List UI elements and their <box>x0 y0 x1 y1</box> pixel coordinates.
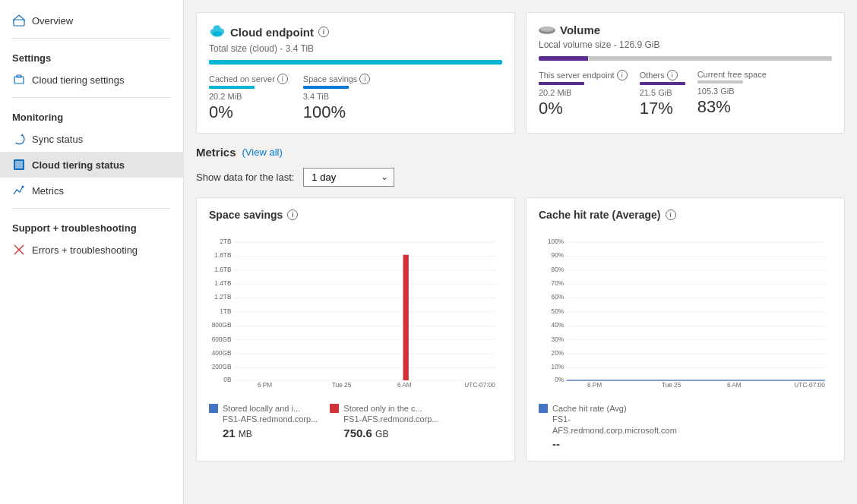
svg-text:90%: 90% <box>552 252 564 259</box>
volume-card: Volume Local volume size - 126.9 GiB Thi… <box>526 12 845 134</box>
svg-text:UTC-07:00: UTC-07:00 <box>464 382 495 389</box>
svg-text:0B: 0B <box>223 376 232 383</box>
savings-info[interactable]: i <box>359 74 370 84</box>
cloud-endpoint-progress-fill <box>209 60 502 65</box>
server-endpoint-value: 20.2 MiB <box>539 88 628 97</box>
svg-text:20%: 20% <box>552 350 564 357</box>
legend-value-cache-hit: -- <box>552 437 691 450</box>
free-space-stat: Current free space 105.3 GiB 83% <box>697 70 767 118</box>
free-space-value: 105.3 GiB <box>697 87 767 96</box>
sidebar-item-metrics[interactable]: Metrics <box>0 178 183 203</box>
svg-text:Tue 25: Tue 25 <box>662 382 681 389</box>
home-icon <box>12 14 26 27</box>
show-data-label: Show data for the last: <box>196 172 294 183</box>
chart-row: Space savings i 2TB 1.8TB 1.6TB 1.4TB 1.… <box>196 197 845 461</box>
volume-progress-free <box>589 56 832 61</box>
legend-item-cache-hit: Cache hit rate (Avg)FS1-AFS.redmond.corp… <box>539 403 691 450</box>
space-savings-legend: Stored locally and i...FS1-AFS.redmond.c… <box>209 403 502 439</box>
savings-percent: 100% <box>303 102 371 122</box>
svg-text:0%: 0% <box>555 376 564 383</box>
svg-text:1.8TB: 1.8TB <box>214 252 232 259</box>
data-selector-row: Show data for the last: 1 day 1 hour 6 h… <box>196 168 845 187</box>
svg-text:6 AM: 6 AM <box>397 382 412 389</box>
svg-text:UTC-07:00: UTC-07:00 <box>794 382 825 389</box>
sidebar: Overview Settings Cloud tiering settings… <box>0 0 184 504</box>
cloud-endpoint-title: Cloud endpoint i <box>209 24 502 40</box>
others-info[interactable]: i <box>667 70 678 80</box>
view-all-link[interactable]: (View all) <box>242 146 283 158</box>
cached-stat: Cached on server i 20.2 MiB 0% <box>209 74 288 122</box>
volume-progress-used <box>539 56 588 61</box>
volume-icon <box>539 24 555 36</box>
others-value: 21.5 GiB <box>640 88 685 97</box>
cached-info[interactable]: i <box>277 74 288 84</box>
sidebar-item-cloud-tiering-settings[interactable]: Cloud tiering settings <box>0 67 183 93</box>
cache-hit-title: Cache hit rate (Average) i <box>539 209 832 221</box>
summary-cards-row: Cloud endpoint i Total size (cloud) - 3.… <box>196 12 845 134</box>
svg-text:60%: 60% <box>552 294 564 301</box>
cache-hit-chart-area: 100% 90% 80% 70% 60% 50% 40% 30% 20% 10%… <box>539 228 832 395</box>
volume-stats: This server endpoint i 20.2 MiB 0% Other… <box>539 70 832 118</box>
legend-color-cloud <box>330 404 339 413</box>
sidebar-item-label: Cloud tiering status <box>32 159 125 171</box>
svg-rect-35 <box>403 255 408 380</box>
cache-hit-legend: Cache hit rate (Avg)FS1-AFS.redmond.corp… <box>539 403 832 450</box>
savings-bar <box>303 86 349 89</box>
sidebar-section-support: Support + troubleshooting <box>0 213 183 237</box>
cloud-endpoint-subtitle: Total size (cloud) - 3.4 TiB <box>209 43 502 54</box>
metrics-icon <box>12 184 26 197</box>
svg-text:1.6TB: 1.6TB <box>214 266 232 273</box>
svg-text:50%: 50% <box>552 308 564 315</box>
cached-bar <box>209 86 255 89</box>
space-savings-title: Space savings i <box>209 209 502 221</box>
cache-hit-svg: 100% 90% 80% 70% 60% 50% 40% 30% 20% 10%… <box>539 228 832 395</box>
cache-hit-info[interactable]: i <box>666 209 676 220</box>
others-percent: 17% <box>640 99 685 118</box>
space-savings-chart-card: Space savings i 2TB 1.8TB 1.6TB 1.4TB 1.… <box>196 197 515 461</box>
legend-item-cloud: Stored only in the c...FS1-AFS.redmond.c… <box>330 403 438 439</box>
cloud-tiering-icon <box>12 158 26 172</box>
svg-text:Tue 25: Tue 25 <box>332 382 352 389</box>
svg-text:40%: 40% <box>552 322 564 329</box>
svg-text:800GB: 800GB <box>212 322 232 329</box>
time-range-select-wrapper: 1 day 1 hour 6 hours 12 hours 7 days 30 … <box>303 168 394 187</box>
legend-label-cache-hit: Cache hit rate (Avg)FS1-AFS.redmond.corp… <box>552 403 691 436</box>
svg-point-12 <box>541 27 554 31</box>
sidebar-item-label: Overview <box>32 15 73 27</box>
sidebar-item-label: Errors + troubleshooting <box>32 244 138 256</box>
server-endpoint-stat: This server endpoint i 20.2 MiB 0% <box>539 70 628 118</box>
savings-value: 3.4 TiB <box>303 92 371 101</box>
legend-value-local: 21 MB <box>223 427 318 439</box>
time-range-select[interactable]: 1 day 1 hour 6 hours 12 hours 7 days 30 … <box>303 168 394 187</box>
legend-label-local: Stored locally and i...FS1-AFS.redmond.c… <box>223 403 318 425</box>
sidebar-item-errors-troubleshooting[interactable]: Errors + troubleshooting <box>0 237 183 263</box>
savings-stat: Space savings i 3.4 TiB 100% <box>303 74 371 122</box>
svg-text:100%: 100% <box>548 238 564 245</box>
server-endpoint-info[interactable]: i <box>617 70 628 80</box>
svg-text:600GB: 600GB <box>212 336 232 343</box>
svg-text:200GB: 200GB <box>212 364 232 370</box>
sidebar-item-overview[interactable]: Overview <box>0 8 183 33</box>
svg-text:70%: 70% <box>552 280 564 287</box>
volume-subtitle: Local volume size - 126.9 GiB <box>539 39 832 50</box>
cloud-endpoint-info[interactable]: i <box>318 27 329 37</box>
svg-text:6 PM: 6 PM <box>258 382 272 389</box>
svg-rect-0 <box>14 20 24 26</box>
svg-point-9 <box>213 32 223 36</box>
space-savings-chart-area: 2TB 1.8TB 1.6TB 1.4TB 1.2TB 1TB 800GB 60… <box>209 228 502 395</box>
svg-rect-4 <box>15 161 23 169</box>
cloud-endpoint-progress <box>209 60 502 65</box>
cloud-icon <box>209 24 226 40</box>
server-endpoint-percent: 0% <box>539 99 628 118</box>
sidebar-item-sync-status[interactable]: Sync status <box>0 126 183 152</box>
space-savings-info[interactable]: i <box>287 209 298 220</box>
volume-progress <box>539 56 832 61</box>
sidebar-section-monitoring: Monitoring <box>0 102 183 126</box>
svg-text:80%: 80% <box>552 266 564 273</box>
sidebar-item-cloud-tiering-status[interactable]: Cloud tiering status <box>0 152 183 178</box>
cloud-endpoint-card: Cloud endpoint i Total size (cloud) - 3.… <box>196 12 515 134</box>
cached-percent: 0% <box>209 102 288 122</box>
sidebar-divider-3 <box>12 208 171 209</box>
sidebar-item-label: Metrics <box>32 185 64 197</box>
svg-text:400GB: 400GB <box>212 350 232 357</box>
